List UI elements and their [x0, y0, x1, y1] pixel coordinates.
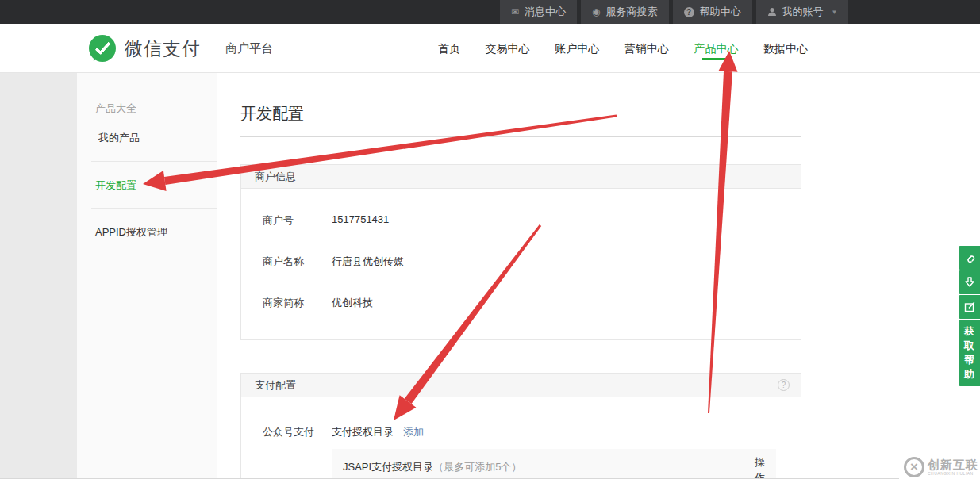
mail-icon: ✉	[511, 6, 519, 17]
edit-icon	[963, 301, 976, 313]
page-title: 开发配置	[240, 103, 801, 125]
field-value: 行唐县优创传媒	[332, 255, 404, 296]
wechat-pay-logo-icon[interactable]	[89, 35, 116, 62]
field-row-merchant-short-name: 商家简称 优创科技	[241, 296, 801, 310]
sidebar-item-dev-config[interactable]: 开发配置	[95, 178, 136, 193]
nav-product-center[interactable]: 产品中心	[694, 24, 738, 73]
sidebar-section-title: 产品大全	[95, 102, 136, 116]
sidebar-divider	[91, 208, 217, 209]
user-icon	[767, 7, 777, 17]
download-icon	[963, 276, 976, 289]
topbar-item-provider-search[interactable]: ◉ 服务商搜索	[581, 0, 668, 24]
watermark-name: 创新互联	[928, 458, 978, 471]
site-watermark: × 创新互联 CHUANGXIN HULIAN	[899, 450, 980, 483]
download-button[interactable]	[959, 270, 980, 294]
payment-config-body: 公众号支付 支付授权目录 添加 JSAPI支付授权目录（最多可添加5个） 操作	[241, 397, 801, 482]
field-label: 商户名称	[241, 255, 332, 296]
watermark-text: 创新互联 CHUANGXIN HULIAN	[928, 458, 978, 476]
watermark-subtext: CHUANGXIN HULIAN	[928, 471, 978, 476]
nav-transaction-center[interactable]: 交易中心	[486, 24, 530, 73]
merchant-info-body: 商户号 1517751431 商户名称 行唐县优创传媒 商家简称 优创科技	[241, 189, 801, 339]
add-directory-link[interactable]: 添加	[403, 425, 424, 439]
payment-config-title: 支付配置	[255, 379, 296, 391]
topbar-item-label: 我的账号	[782, 5, 824, 19]
topbar-item-message-center[interactable]: ✉ 消息中心	[500, 0, 577, 24]
top-utility-bar: ✉ 消息中心 ◉ 服务商搜索 ? 帮助中心 我的账号 ▼	[0, 0, 980, 24]
brand: 微信支付 商户平台	[89, 24, 273, 73]
topbar-item-label: 服务商搜索	[606, 5, 658, 19]
field-label: 商家简称	[241, 296, 332, 310]
row-label: 公众号支付	[241, 425, 332, 439]
link-button[interactable]	[959, 246, 980, 270]
link-icon	[963, 251, 977, 265]
nav-home[interactable]: 首页	[438, 24, 460, 73]
left-gutter	[0, 73, 77, 478]
nav-account-center[interactable]: 账户中心	[555, 24, 599, 73]
portal-name: 商户平台	[225, 41, 273, 56]
chevron-down-icon: ▼	[832, 9, 838, 16]
field-row-merchant-id: 商户号 1517751431	[241, 213, 801, 255]
brand-name: 微信支付	[125, 36, 201, 61]
site-header: 微信支付 商户平台 首页 交易中心 账户中心 营销中心 产品中心 数据中心	[0, 24, 980, 73]
nav-data-center[interactable]: 数据中心	[763, 24, 808, 73]
topbar-item-help-center[interactable]: ? 帮助中心	[673, 0, 752, 24]
help-icon[interactable]: ?	[778, 379, 790, 391]
merchant-info-panel: 商户信息 商户号 1517751431 商户名称 行唐县优创传媒 商家简称 优创…	[240, 164, 801, 340]
jsapi-directory-entry: JSAPI支付授权目录（最多可添加5个）	[343, 460, 521, 474]
search-icon: ◉	[592, 6, 600, 17]
jsapi-entry-text: JSAPI支付授权目录	[343, 461, 433, 473]
feedback-button[interactable]	[959, 295, 980, 319]
sidebar-divider	[91, 161, 217, 162]
topbar-menu: ✉ 消息中心 ◉ 服务商搜索 ? 帮助中心 我的账号 ▼	[500, 0, 848, 24]
topbar-item-label: 帮助中心	[700, 5, 741, 19]
floating-toolbar: 获取帮助	[959, 246, 980, 386]
jsapi-entry-note: （最多可添加5个）	[433, 461, 521, 473]
merchant-info-header: 商户信息	[241, 165, 801, 189]
payment-config-header: 支付配置 ?	[241, 374, 801, 397]
footer-strip	[0, 479, 980, 483]
payment-config-panel: 支付配置 ? 公众号支付 支付授权目录 添加 JSAPI支付授权目录（最多可添加…	[240, 373, 801, 483]
main-content: 开发配置 商户信息 商户号 1517751431 商户名称 行唐县优创传媒 商家…	[240, 73, 801, 483]
field-label: 商户号	[241, 213, 332, 255]
sidebar-item-my-products[interactable]: 我的产品	[98, 131, 140, 145]
field-value: 优创科技	[332, 296, 373, 310]
nav-marketing-center[interactable]: 营销中心	[625, 24, 669, 73]
topbar-item-label: 消息中心	[525, 5, 566, 19]
field-row-merchant-name: 商户名称 行唐县优创传媒	[241, 255, 801, 296]
sidebar: 产品大全 我的产品 开发配置 APPID授权管理	[77, 73, 217, 478]
help-icon: ?	[684, 7, 694, 17]
primary-nav: 首页 交易中心 账户中心 营销中心 产品中心 数据中心	[438, 24, 808, 73]
sidebar-item-appid-auth[interactable]: APPID授权管理	[95, 225, 167, 240]
footer-border	[0, 478, 899, 479]
official-account-pay-row: 公众号支付 支付授权目录 添加	[241, 424, 801, 440]
auth-directory-label: 支付授权目录	[332, 425, 394, 439]
field-value: 1517751431	[332, 213, 389, 255]
jsapi-directory-table: JSAPI支付授权目录（最多可添加5个） 操作	[332, 449, 776, 482]
get-help-button[interactable]: 获取帮助	[959, 320, 980, 386]
brand-divider	[213, 40, 213, 57]
chuangxin-logo-icon: ×	[904, 457, 924, 477]
topbar-item-my-account[interactable]: 我的账号 ▼	[756, 0, 849, 24]
title-divider	[240, 136, 801, 137]
